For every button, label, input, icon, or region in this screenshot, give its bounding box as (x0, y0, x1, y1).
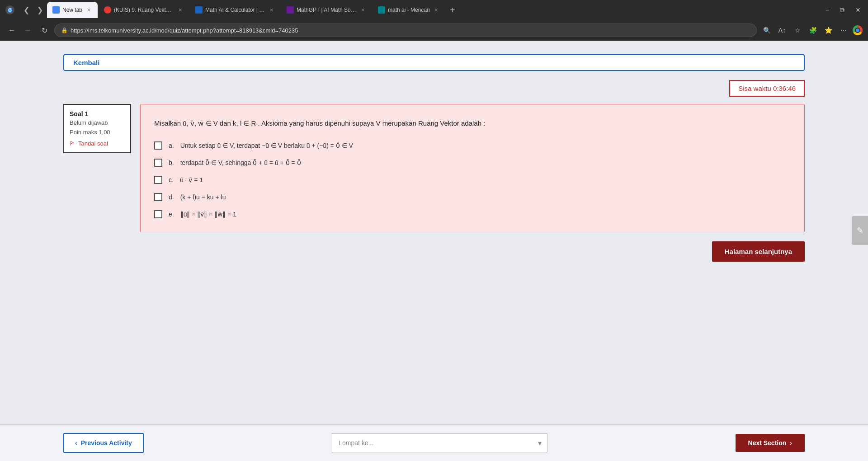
checkbox-d[interactable] (154, 193, 162, 201)
browser-chrome: 🌀 ❮ ❯ New tab ✕ (KUIS) 9. Ruang Vektor (… (0, 0, 868, 41)
jump-to-select-wrapper: Lompat ke... Bagian 1 Bagian 2 Bagian 3 (331, 433, 548, 452)
option-b: b. terdapat 0̄ ∈ V, sehingga 0̄ + ū = ū … (154, 159, 791, 167)
checkbox-b[interactable] (154, 159, 162, 167)
restore-button[interactable]: ⧉ (836, 5, 848, 16)
option-e-text: ‖ū‖ = ‖v̄‖ = ‖w̄‖ = 1 (180, 211, 236, 218)
tab-kuis-close[interactable]: ✕ (176, 6, 184, 14)
tab-mathai-close[interactable]: ✕ (433, 6, 440, 14)
kembali-button[interactable]: Kembali (63, 54, 805, 71)
tandai-soal-label: Tandai soal (78, 140, 108, 147)
timer-area: Sisa waktu 0:36:46 (63, 80, 805, 97)
page-content: Kembali Sisa waktu 0:36:46 Soal 1 Belum … (0, 41, 868, 424)
option-d-letter: d. (169, 193, 174, 201)
question-nav-card: Soal 1 Belum dijawab Poin maks 1,00 🏳 Ta… (63, 104, 131, 153)
option-d: d. (k + l)ū = kū + lū (154, 193, 791, 201)
previous-activity-button[interactable]: ‹ Previous Activity (63, 433, 144, 453)
new-tab-favicon (52, 6, 60, 14)
tab-mathai[interactable]: math ai - Mencari ✕ (373, 2, 445, 18)
poin-maks-label: Poin maks 1,00 (70, 129, 125, 136)
svg-text:🌀: 🌀 (7, 7, 13, 13)
options-list: a. Untuk setiap ū ∈ V, terdapat −ū ∈ V b… (154, 141, 791, 218)
kuis-tab-favicon (104, 6, 111, 14)
next-chevron-icon: › (790, 439, 792, 447)
tab-studyx-label: Math AI & Calculator | StudyX (205, 7, 265, 13)
prev-activity-label: Previous Activity (81, 439, 132, 447)
soal-number: 1 (85, 110, 88, 118)
tab-mathai-label: math ai - Mencari (388, 7, 430, 13)
tab-mathgpt-label: MathGPT | AI Math Solver & Hor... (297, 7, 356, 13)
checkbox-c[interactable] (154, 176, 162, 184)
option-d-text: (k + l)ū = kū + lū (180, 193, 226, 201)
next-section-label: Next Section (748, 439, 787, 447)
checkbox-e[interactable] (154, 210, 162, 218)
option-b-text: terdapat 0̄ ∈ V, sehingga 0̄ + ū = ū + 0… (180, 159, 301, 166)
browser-logo: 🌀 (4, 4, 16, 16)
tandai-soal-button[interactable]: 🏳 Tandai soal (70, 140, 125, 147)
tab-mathgpt[interactable]: MathGPT | AI Math Solver & Hor... ✕ (281, 2, 372, 18)
toolbar-icons: 🔍 A↕ ☆ 🧩 ⭐ ⋯ (760, 24, 863, 37)
option-a-letter: a. (169, 142, 174, 149)
timer-text: Sisa waktu 0:36:46 (738, 85, 796, 92)
studyx-tab-favicon (195, 6, 203, 14)
option-c-letter: c. (169, 176, 174, 183)
lock-icon: 🔒 (61, 27, 68, 33)
reload-button[interactable]: ↻ (38, 24, 51, 37)
question-card: Misalkan ū, v̄, w̄ ∈ V dan k, l ∈ R . Ak… (140, 104, 805, 232)
translate-icon-btn[interactable]: A↕ (776, 24, 788, 37)
bookmark-icon-btn[interactable]: ☆ (791, 24, 804, 37)
halaman-selanjutnya-button[interactable]: Halaman selanjutnya (712, 241, 805, 262)
url-bar[interactable]: 🔒 https://lms.telkomuniversity.ac.id/mod… (54, 24, 757, 37)
option-a: a. Untuk setiap ū ∈ V, terdapat −ū ∈ V b… (154, 141, 791, 150)
tab-kuis-label: (KUIS) 9. Ruang Vektor (page 1 of... (114, 7, 174, 13)
back-button[interactable]: ← (5, 24, 18, 37)
quiz-area: Soal 1 Belum dijawab Poin maks 1,00 🏳 Ta… (63, 104, 805, 232)
more-icon-btn[interactable]: ⋯ (837, 24, 850, 37)
forward-button[interactable]: → (22, 24, 34, 37)
tab-new-tab-label: New tab (62, 7, 82, 13)
question-nav: Soal 1 Belum dijawab Poin maks 1,00 🏳 Ta… (63, 104, 131, 232)
window-controls: − ⧉ ✕ (822, 5, 864, 16)
option-b-letter: b. (169, 159, 174, 166)
option-e: e. ‖ū‖ = ‖v̄‖ = ‖w̄‖ = 1 (154, 210, 791, 218)
next-section-button[interactable]: Next Section › (736, 434, 805, 452)
option-a-text: Untuk setiap ū ∈ V, terdapat −ū ∈ V berl… (180, 142, 353, 149)
extensions-icon-btn[interactable]: 🧩 (807, 24, 819, 37)
mathgpt-tab-favicon (287, 6, 294, 14)
timer-box: Sisa waktu 0:36:46 (729, 80, 805, 97)
address-bar: ← → ↻ 🔒 https://lms.telkomuniversity.ac.… (0, 20, 868, 41)
soal-label: Soal 1 (70, 110, 125, 118)
new-tab-button[interactable]: + (446, 4, 459, 16)
side-scrollbar[interactable]: ✎ (852, 216, 868, 245)
soal-word: Soal (70, 110, 83, 118)
option-c-text: ū · v̄ = 1 (180, 176, 203, 183)
option-c: c. ū · v̄ = 1 (154, 176, 791, 184)
jump-wrapper: Lompat ke... Bagian 1 Bagian 2 Bagian 3 (331, 433, 548, 452)
option-e-letter: e. (169, 211, 174, 218)
checkbox-a[interactable] (154, 141, 162, 150)
edit-icon: ✎ (857, 226, 863, 235)
tab-studyx[interactable]: Math AI & Calculator | StudyX ✕ (190, 2, 280, 18)
history-left-btn[interactable]: ❮ (20, 4, 33, 16)
close-window-button[interactable]: ✕ (852, 5, 864, 15)
prev-chevron-icon: ‹ (75, 439, 77, 447)
url-text: https://lms.telkomuniversity.ac.id/mod/q… (71, 27, 298, 34)
tab-bar: 🌀 ❮ ❯ New tab ✕ (KUIS) 9. Ruang Vektor (… (0, 0, 868, 20)
next-page-area: Halaman selanjutnya (63, 232, 805, 275)
history-right-btn[interactable]: ❯ (33, 4, 46, 16)
tab-mathgpt-close[interactable]: ✕ (359, 6, 366, 14)
search-icon-btn[interactable]: 🔍 (760, 24, 773, 37)
bottom-nav: ‹ Previous Activity Lompat ke... Bagian … (0, 424, 868, 461)
tab-new-tab[interactable]: New tab ✕ (47, 2, 98, 18)
jump-to-select[interactable]: Lompat ke... Bagian 1 Bagian 2 Bagian 3 (331, 433, 548, 452)
profile-icon[interactable] (853, 25, 863, 35)
minimize-button[interactable]: − (822, 5, 833, 15)
favorites-icon-btn[interactable]: ⭐ (822, 24, 835, 37)
question-text: Misalkan ū, v̄, w̄ ∈ V dan k, l ∈ R . Ak… (154, 118, 791, 129)
belum-dijawab-label: Belum dijawab (70, 119, 125, 126)
tab-kuis[interactable]: (KUIS) 9. Ruang Vektor (page 1 of... ✕ (99, 2, 189, 18)
tab-new-tab-close[interactable]: ✕ (85, 6, 92, 14)
mathai-tab-favicon (378, 6, 385, 14)
tab-studyx-close[interactable]: ✕ (268, 6, 275, 14)
flag-icon: 🏳 (70, 140, 75, 147)
